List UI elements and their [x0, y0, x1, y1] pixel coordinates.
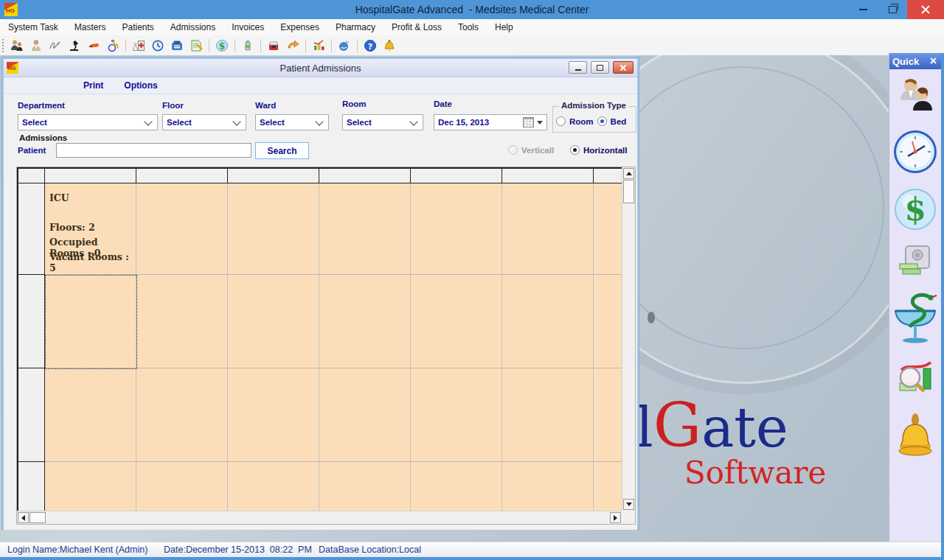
signature-icon[interactable]: [46, 38, 64, 54]
grid-cell[interactable]: [502, 183, 594, 275]
grid-cell[interactable]: [502, 275, 594, 368]
child-close-button[interactable]: [613, 61, 634, 74]
grid-cell[interactable]: [411, 462, 502, 511]
toolbar-separator: [260, 39, 261, 52]
horizontal-scrollbar[interactable]: [17, 511, 622, 524]
grid-cell[interactable]: [45, 462, 136, 511]
restore-button[interactable]: [878, 0, 907, 19]
invoice-icon[interactable]: [187, 38, 205, 54]
undo-arrow-icon[interactable]: [284, 38, 302, 54]
vertical-scroll-thumb[interactable]: [623, 180, 634, 203]
grid-cell[interactable]: [319, 275, 411, 368]
grid-cell[interactable]: [502, 462, 594, 511]
quick-patients-icon[interactable]: [895, 75, 936, 119]
grid-cell[interactable]: [228, 368, 319, 462]
patient-icon[interactable]: [27, 38, 45, 54]
quick-billing-icon[interactable]: $: [893, 187, 937, 234]
dollar-coin-icon[interactable]: $: [213, 38, 231, 54]
cash-register-icon[interactable]: [265, 38, 282, 54]
close-button[interactable]: [907, 0, 944, 19]
patients-group-icon[interactable]: [8, 38, 26, 54]
quick-reports-icon[interactable]: [894, 358, 937, 404]
quick-panel-close-icon[interactable]: ×: [930, 53, 937, 69]
grid-cell[interactable]: [228, 462, 319, 511]
grid-cell[interactable]: [228, 183, 319, 275]
grid-cell[interactable]: [594, 462, 622, 511]
grid-cell[interactable]: [136, 368, 228, 462]
quick-pharmacy-icon[interactable]: [889, 292, 941, 349]
grid-cell[interactable]: [228, 275, 319, 368]
grid-cell[interactable]: [594, 183, 622, 275]
horizontal-radio[interactable]: [570, 145, 580, 155]
grid-cell[interactable]: [411, 368, 502, 462]
room-select[interactable]: Select: [342, 114, 423, 130]
menu-expenses[interactable]: Expenses: [272, 19, 327, 35]
bed-radio-label[interactable]: Bed: [611, 117, 627, 126]
help-icon[interactable]: ?: [361, 38, 379, 54]
child-minimize-button[interactable]: [569, 61, 587, 74]
main-menubar: System Task Masters Patients Admissions …: [0, 19, 944, 36]
quick-clock-icon[interactable]: [892, 128, 939, 178]
menu-admissions[interactable]: Admissions: [162, 19, 223, 35]
grid-cell[interactable]: [45, 368, 136, 462]
grid-header-cell: [45, 167, 136, 183]
clock-icon[interactable]: [149, 38, 167, 54]
menu-options[interactable]: Options: [124, 80, 157, 91]
menu-invoices[interactable]: Invoices: [223, 19, 272, 35]
menu-help[interactable]: Help: [487, 19, 521, 35]
window-title: HospitalGate Advanced - Medsites Medical…: [0, 0, 944, 19]
chart-icon[interactable]: [310, 38, 327, 54]
menu-tools[interactable]: Tools: [450, 19, 487, 35]
quick-bell-icon[interactable]: [896, 413, 934, 463]
horizontal-radio-label[interactable]: Horizontall: [583, 146, 627, 155]
scroll-left-button[interactable]: [18, 512, 29, 523]
quick-panel-title: Quick: [889, 56, 919, 67]
patient-search-input[interactable]: [56, 143, 251, 158]
menu-patients[interactable]: Patients: [114, 19, 162, 35]
grid-cell[interactable]: [319, 183, 411, 275]
room-radio-label[interactable]: Room: [569, 117, 594, 126]
grid-cell[interactable]: [594, 275, 622, 368]
scroll-up-button[interactable]: [623, 168, 634, 179]
menu-print[interactable]: Print: [83, 80, 103, 91]
grid-cell[interactable]: [136, 462, 228, 511]
menu-pharmacy[interactable]: Pharmacy: [327, 19, 384, 35]
pen-icon[interactable]: [85, 38, 103, 54]
date-dropdown-icon[interactable]: [537, 121, 543, 125]
ward-select[interactable]: Select: [255, 114, 329, 130]
calendar-icon[interactable]: [523, 117, 534, 127]
minimize-button[interactable]: [848, 0, 878, 19]
horizontal-scroll-thumb[interactable]: [30, 512, 46, 523]
backup-icon[interactable]: [336, 38, 353, 54]
admission-building-icon[interactable]: [130, 38, 148, 54]
vertical-radio: [508, 145, 518, 155]
bed-radio[interactable]: [597, 116, 607, 126]
chevron-down-icon: [144, 117, 152, 125]
grid-cell[interactable]: [136, 183, 228, 275]
microscope-icon[interactable]: [66, 38, 83, 54]
bell-icon[interactable]: [381, 38, 398, 54]
search-button[interactable]: Search: [255, 142, 309, 159]
quick-safe-icon[interactable]: [897, 243, 934, 283]
floor-select[interactable]: Select: [162, 114, 246, 130]
scroll-down-button[interactable]: [623, 499, 634, 510]
menu-masters[interactable]: Masters: [66, 19, 114, 35]
wheelchair-icon[interactable]: [104, 38, 122, 54]
room-radio[interactable]: [556, 116, 566, 126]
child-maximize-button[interactable]: [591, 61, 609, 74]
fax-icon[interactable]: [168, 38, 186, 54]
menu-system-task[interactable]: System Task: [0, 19, 66, 35]
medicine-icon[interactable]: [239, 38, 257, 54]
grid-cell[interactable]: [319, 462, 411, 511]
grid-cell[interactable]: [411, 275, 502, 368]
grid-cell[interactable]: [502, 368, 594, 462]
grid-cell[interactable]: [136, 275, 228, 368]
grid-cell[interactable]: [594, 368, 622, 462]
vertical-scrollbar[interactable]: [622, 167, 635, 511]
menu-profit-loss[interactable]: Profit & Loss: [384, 19, 450, 35]
grid-cell[interactable]: [411, 183, 502, 275]
department-select[interactable]: Select: [18, 114, 158, 130]
date-picker[interactable]: Dec 15, 2013: [434, 114, 547, 130]
scroll-right-button[interactable]: [610, 512, 621, 523]
grid-cell[interactable]: [319, 368, 411, 462]
